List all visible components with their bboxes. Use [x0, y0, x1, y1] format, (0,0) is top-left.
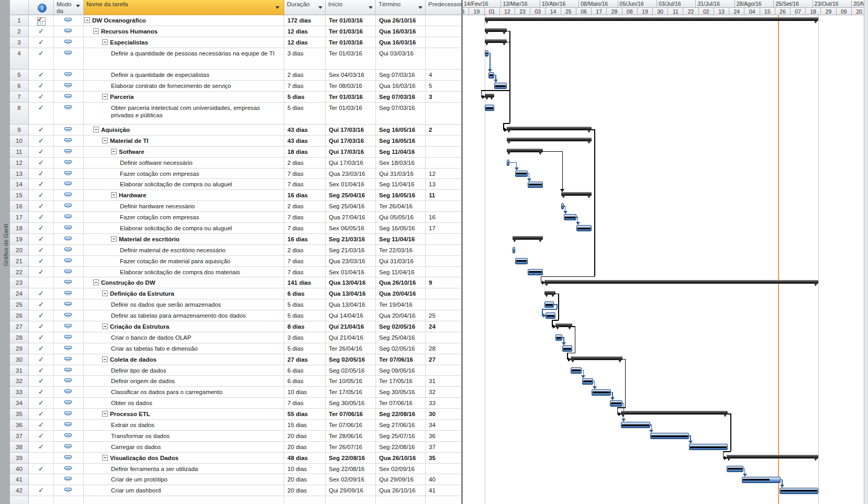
row-number[interactable]: 4	[10, 48, 29, 70]
row-number[interactable]: 25	[10, 299, 29, 310]
start-cell[interactable]: Ter 01/03/16	[326, 92, 376, 103]
task-name-cell[interactable]: Visualização dos Dados	[84, 453, 284, 464]
finish-cell[interactable]: Seg 02/05/16	[376, 321, 426, 332]
task-mode-cell[interactable]: ⇨	[54, 201, 84, 212]
duration-cell[interactable]	[284, 496, 326, 504]
duration-cell[interactable]: 48 dias	[284, 453, 326, 464]
row-number[interactable]: 13	[10, 169, 29, 180]
task-name-cell[interactable]: Classificar os dados para o carregamento	[84, 387, 284, 398]
row-number[interactable]: 8	[10, 103, 29, 125]
task-mode-cell[interactable]: ⇨	[54, 125, 84, 136]
start-cell[interactable]: Ter 26/07/16	[326, 442, 376, 453]
duration-cell[interactable]: 27 dias	[284, 354, 326, 365]
predecessors-cell[interactable]	[426, 288, 461, 299]
predecessors-cell[interactable]: 5	[426, 81, 461, 92]
duration-cell[interactable]: 5 dias	[284, 310, 326, 321]
finish-cell[interactable]: Qui 03/03/16	[376, 48, 426, 70]
task-name-column-header[interactable]: Nome da tarefa	[84, 0, 284, 15]
duration-cell[interactable]: 20 dias	[284, 442, 326, 453]
task-mode-cell[interactable]: ⇨	[54, 376, 84, 387]
predecessors-cell[interactable]: 12	[426, 169, 461, 180]
start-cell[interactable]: Seg 21/03/16	[326, 245, 376, 256]
row-number[interactable]: 41	[10, 474, 29, 485]
predecessors-cell[interactable]	[426, 256, 461, 267]
predecessors-cell[interactable]: 17	[426, 223, 461, 234]
task-mode-cell[interactable]: ⇨	[54, 147, 84, 158]
collapse-outline-box[interactable]	[102, 290, 108, 296]
finish-cell[interactable]: Seg 16/05/16	[376, 190, 426, 201]
collapse-outline-box[interactable]	[111, 236, 117, 242]
start-cell[interactable]: Seg 25/04/16	[326, 190, 376, 201]
finish-cell[interactable]: Ter 22/03/16	[376, 245, 426, 256]
collapse-outline-box[interactable]	[102, 94, 108, 99]
finish-cell[interactable]: Seg 07/03/16	[376, 92, 426, 103]
duration-cell[interactable]: 2 dias	[284, 158, 326, 169]
start-cell[interactable]: Qua 27/04/16	[326, 212, 376, 223]
predecessors-cell[interactable]	[426, 37, 461, 48]
row-number[interactable]: 14	[10, 179, 29, 190]
task-name-cell[interactable]: Criar de um protótipo	[84, 474, 284, 485]
finish-cell[interactable]: Seg 07/03/16	[376, 103, 426, 125]
start-cell[interactable]: Ter 01/03/16	[326, 26, 376, 37]
duration-cell[interactable]: 8 dias	[284, 321, 326, 332]
predecessors-cell[interactable]: 32	[426, 387, 461, 398]
start-cell[interactable]: Qua 13/04/16	[326, 277, 376, 288]
row-number[interactable]: 10	[10, 136, 29, 147]
predecessors-cell[interactable]: 9	[426, 277, 461, 288]
task-mode-cell[interactable]: ⇨	[54, 234, 84, 245]
finish-cell[interactable]: Seg 07/03/16	[376, 70, 426, 81]
task-mode-cell[interactable]: ⇨	[54, 81, 84, 92]
predecessors-cell[interactable]	[426, 245, 461, 256]
start-cell[interactable]: Ter 10/05/16	[326, 376, 376, 387]
duration-cell[interactable]: 7 dias	[284, 267, 326, 278]
predecessors-cell[interactable]: 11	[426, 190, 461, 201]
row-number[interactable]: 28	[10, 332, 29, 343]
start-cell[interactable]: Seg 02/05/16	[326, 365, 376, 376]
collapse-outline-box[interactable]	[93, 28, 99, 34]
row-number[interactable]: 26	[10, 310, 29, 321]
duration-cell[interactable]: 7 dias	[284, 398, 326, 409]
task-mode-cell[interactable]: ⇨	[54, 37, 84, 48]
collapse-outline-box[interactable]	[93, 279, 99, 285]
task-name-cell[interactable]: Definir a quantidade de pessoas necessár…	[84, 48, 284, 70]
collapse-outline-box[interactable]	[102, 356, 108, 362]
collapse-outline-box[interactable]	[93, 127, 99, 132]
task-mode-cell[interactable]: ⇨	[54, 354, 84, 365]
duration-cell[interactable]: 172 dias	[284, 15, 326, 26]
finish-cell[interactable]: Qui 31/03/16	[376, 256, 426, 267]
start-cell[interactable]: Sex 02/09/16	[326, 474, 376, 485]
collapse-outline-box[interactable]	[84, 17, 90, 23]
task-name-cell[interactable]: Definir software necessário	[84, 158, 284, 169]
task-name-cell[interactable]: Definir os dados que serão armazenados	[84, 299, 284, 310]
predecessors-cell[interactable]	[426, 136, 461, 147]
row-number[interactable]: 37	[10, 431, 29, 442]
predecessors-cell[interactable]: 37	[426, 442, 461, 453]
start-cell[interactable]: Qua 23/03/16	[326, 169, 376, 180]
summary-bar[interactable]	[544, 280, 818, 284]
task-name-cell[interactable]: DW Oceanográfico	[84, 15, 284, 26]
start-cell[interactable]: Qui 29/09/16	[326, 485, 376, 496]
task-name-cell[interactable]: Obter os dados	[84, 398, 284, 409]
task-name-cell[interactable]: Parceria	[84, 92, 284, 103]
task-mode-cell[interactable]: ⇨	[54, 103, 84, 125]
start-cell[interactable]: Qui 21/04/16	[326, 332, 376, 343]
duration-cell[interactable]: 2 dias	[284, 70, 326, 81]
finish-column-header[interactable]: Término	[376, 0, 426, 15]
row-number[interactable]: 9	[10, 125, 29, 136]
task-name-cell[interactable]: Coleta de dados	[84, 354, 284, 365]
task-mode-cell[interactable]: ⇨	[54, 310, 84, 321]
predecessors-cell[interactable]	[426, 299, 461, 310]
duration-cell[interactable]: 6 dias	[284, 376, 326, 387]
finish-cell[interactable]: Seg 11/04/16	[376, 147, 426, 158]
finish-cell[interactable]: Seg 11/04/16	[376, 179, 426, 190]
summary-bar[interactable]	[571, 356, 622, 360]
task-mode-cell[interactable]: ⇨	[54, 169, 84, 180]
task-mode-cell[interactable]: ⇨	[54, 190, 84, 201]
task-mode-cell[interactable]: ⇨	[54, 321, 84, 332]
predecessors-cell[interactable]: 34	[426, 420, 461, 431]
duration-cell[interactable]: 7 dias	[284, 81, 326, 92]
row-number[interactable]: 19	[10, 234, 29, 245]
finish-cell[interactable]: Qua 26/10/16	[376, 453, 426, 464]
duration-cell[interactable]: 7 dias	[284, 223, 326, 234]
start-cell[interactable]: Qui 17/03/16	[326, 136, 376, 147]
